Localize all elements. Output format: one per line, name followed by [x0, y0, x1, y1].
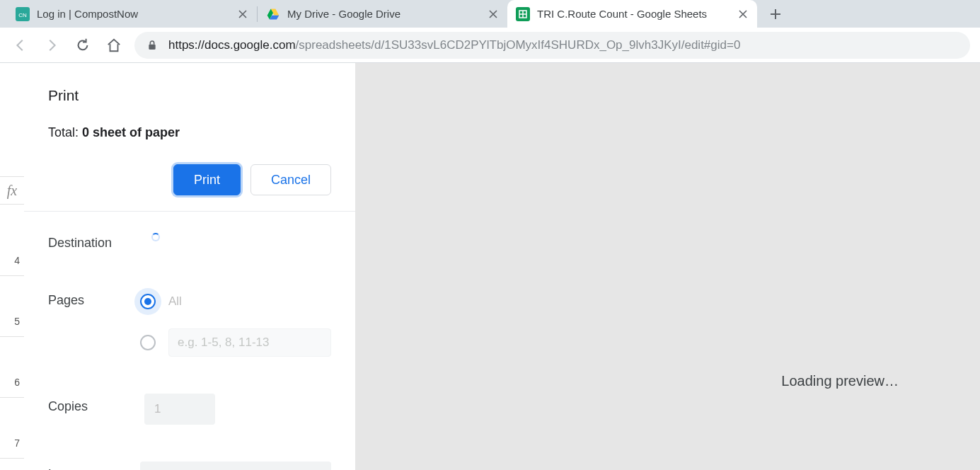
row-number[interactable]: 6 — [0, 367, 24, 398]
spreadsheet-row-gutter: fx 4 5 6 7 — [0, 63, 24, 470]
tab-title: TRI C.Route Count - Google Sheets — [537, 8, 732, 20]
forward-button[interactable] — [41, 35, 62, 56]
destination-label: Destination — [48, 230, 144, 251]
row-number[interactable]: 5 — [0, 306, 24, 337]
pages-range-input[interactable] — [168, 328, 331, 357]
close-icon[interactable] — [488, 8, 499, 20]
layout-label: Layout — [48, 462, 140, 470]
print-button[interactable]: Print — [173, 164, 241, 195]
browser-toolbar: https://docs.google.com/spreadsheets/d/1… — [0, 28, 980, 63]
home-button[interactable] — [103, 35, 125, 56]
compostnow-favicon-icon: CN — [16, 7, 30, 21]
tab-title: My Drive - Google Drive — [287, 8, 482, 20]
print-preview-area: Loading preview… — [355, 63, 980, 470]
copies-input[interactable] — [144, 394, 215, 425]
lock-icon — [146, 39, 158, 52]
new-tab-button[interactable] — [764, 3, 787, 25]
address-bar[interactable]: https://docs.google.com/spreadsheets/d/1… — [134, 32, 970, 59]
url-path: /spreadsheets/d/1SU33svL6CD2PYlTbjOMyxIf… — [296, 38, 741, 52]
pages-label: Pages — [48, 287, 140, 308]
pages-all-label: All — [168, 294, 182, 309]
print-dialog: Print Total: 0 sheet of paper Print Canc… — [24, 63, 355, 470]
browser-tab-strip: CN Log in | CompostNow My Drive - Google… — [0, 0, 980, 28]
close-icon[interactable] — [737, 8, 749, 20]
url-origin: https://docs.google.com — [168, 38, 296, 52]
layout-section: Layout Portrait — [24, 443, 355, 470]
page-content: fx 4 5 6 7 Print Total: 0 sheet of paper… — [0, 63, 980, 470]
svg-rect-6 — [149, 44, 155, 49]
print-total: Total: 0 sheet of paper — [48, 125, 331, 140]
row-number[interactable]: 4 — [0, 246, 24, 276]
reload-button[interactable] — [72, 35, 93, 56]
google-sheets-favicon-icon — [516, 7, 530, 21]
pages-range-radio[interactable] — [140, 335, 156, 350]
browser-tab-compostnow[interactable]: CN Log in | CompostNow — [7, 0, 257, 28]
close-icon[interactable] — [237, 8, 248, 20]
browser-tab-sheets-active[interactable]: TRI C.Route Count - Google Sheets — [507, 0, 757, 28]
copies-section: Copies — [24, 375, 355, 443]
pages-all-radio[interactable] — [140, 294, 156, 309]
loading-spinner-icon — [151, 233, 160, 241]
svg-text:CN: CN — [18, 12, 27, 18]
loading-preview-text: Loading preview… — [781, 373, 899, 389]
row-number[interactable]: 7 — [0, 428, 24, 459]
print-total-value: 0 sheet of paper — [82, 125, 180, 139]
pages-section: Pages All — [24, 269, 355, 375]
cancel-button[interactable]: Cancel — [250, 164, 331, 195]
formula-bar-fx-icon: fx — [0, 176, 24, 205]
browser-tab-drive[interactable]: My Drive - Google Drive — [258, 0, 507, 28]
copies-label: Copies — [48, 394, 144, 414]
back-button[interactable] — [10, 35, 31, 56]
destination-section: Destination — [24, 212, 355, 269]
layout-select[interactable]: Portrait — [140, 462, 331, 470]
tab-title: Log in | CompostNow — [37, 8, 231, 20]
google-drive-favicon-icon — [266, 7, 280, 21]
print-total-prefix: Total: — [48, 125, 82, 139]
print-dialog-title: Print — [48, 87, 331, 104]
